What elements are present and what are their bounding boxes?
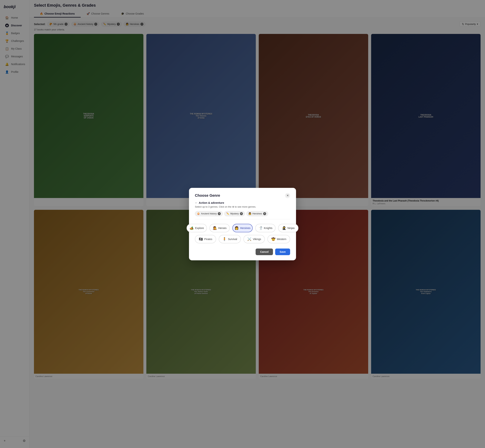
modal-tag-mystery-emoji: ✏️ [226,212,229,215]
genre-btn-explore[interactable]: 🏕️ Explore [187,224,207,232]
genre-grid: 🏕️ Explore 🧑‍🎤 Heroes 👩 Heroines 🤺 Knigh… [195,224,290,243]
genre-btn-heroes[interactable]: 🧑‍🎤 Heroes [209,224,230,232]
cancel-button[interactable]: Cancel [256,248,273,255]
modal-back[interactable]: ← Action & adventure [195,201,290,204]
western-emoji: 🤠 [271,237,275,241]
ninjas-label: Ninjas [288,227,295,230]
survival-label: Survival [228,238,237,240]
modal-tag-mystery-remove[interactable]: ✕ [240,212,243,215]
modal-tag-mystery[interactable]: ✏️ Mystery ✕ [224,211,245,216]
heroines-emoji: 👩 [235,226,239,230]
modal-tag-ancient[interactable]: 🧅 Ancient history ✕ [195,211,223,216]
genre-btn-vikings[interactable]: ⚔️ Vikings [243,235,265,243]
genre-btn-western[interactable]: 🤠 Western [267,235,290,243]
modal-subtitle: Select up to 3 genres. Click on the ⊕ to… [195,205,290,208]
genre-btn-survival[interactable]: 🧍 Survival [219,235,241,243]
survival-emoji: 🧍 [222,237,226,241]
modal-tag-ancient-emoji: 🧅 [197,212,200,215]
pirates-emoji: 🏴‍☠️ [199,237,203,241]
modal-tag-heroines[interactable]: 👩 Heroines ✕ [246,211,268,216]
explore-emoji: 🏕️ [189,226,194,230]
pirates-label: Pirates [204,238,213,240]
modal-close-button[interactable]: ✕ [285,193,290,198]
genre-btn-ninjas[interactable]: 🥷 Ninjas [278,224,298,232]
modal-header: Choose Genre ✕ [195,193,290,198]
ninjas-emoji: 🥷 [282,226,286,230]
save-button[interactable]: Save [275,248,290,255]
explore-label: Explore [195,227,204,230]
genre-btn-heroines[interactable]: 👩 Heroines [232,224,253,232]
modal-tag-ancient-label: Ancient history [201,212,217,215]
knights-label: Knights [264,227,272,230]
modal-footer: Cancel Save [195,248,290,255]
modal-tag-heroines-remove[interactable]: ✕ [263,212,266,215]
genre-row-2: 🏴‍☠️ Pirates 🧍 Survival ⚔️ Vikings 🤠 Wes… [195,235,290,243]
choose-genre-modal: Choose Genre ✕ ← Action & adventure Sele… [189,188,296,260]
modal-tag-mystery-label: Mystery [230,212,239,215]
modal-tag-ancient-remove[interactable]: ✕ [218,212,221,215]
knights-emoji: 🤺 [258,226,263,230]
vikings-label: Vikings [253,238,261,240]
heroes-label: Heroes [218,227,226,230]
modal-selected-tags: 🧅 Ancient history ✕ ✏️ Mystery ✕ 👩 Heroi… [195,211,290,219]
modal-tag-heroines-emoji: 👩 [248,212,251,215]
genre-btn-pirates[interactable]: 🏴‍☠️ Pirates [195,235,216,243]
western-label: Western [277,238,287,240]
modal-overlay[interactable]: Choose Genre ✕ ← Action & adventure Sele… [0,0,485,448]
heroes-emoji: 🧑‍🎤 [213,226,217,230]
back-arrow-icon: ← [195,201,198,204]
heroines-label: Heroines [240,227,250,230]
modal-title: Choose Genre [195,193,220,198]
genre-btn-knights[interactable]: 🤺 Knights [255,224,276,232]
modal-tag-heroines-label: Heroines [253,212,262,215]
back-label: Action & adventure [199,201,224,204]
vikings-emoji: ⚔️ [247,237,251,241]
genre-row-1: 🏕️ Explore 🧑‍🎤 Heroes 👩 Heroines 🤺 Knigh… [195,224,290,232]
